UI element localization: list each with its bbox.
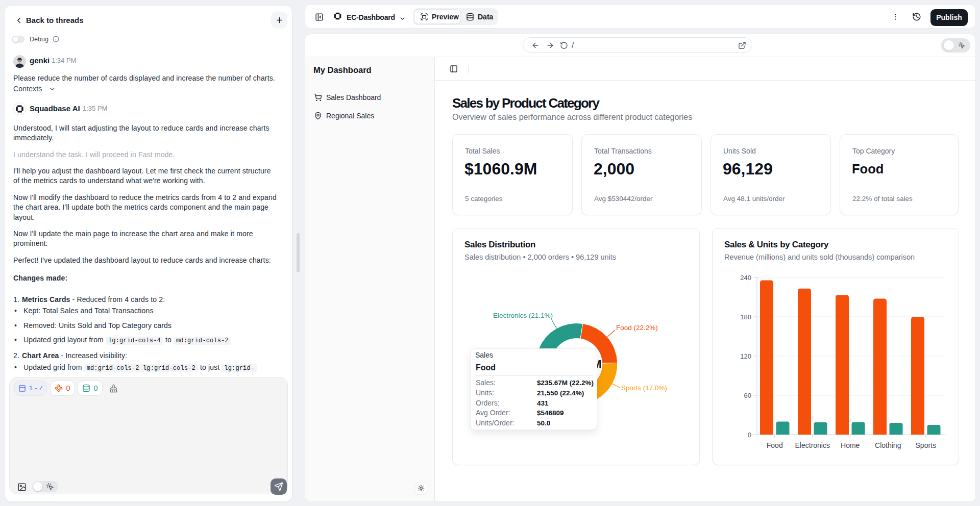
svg-text:Clothing: Clothing <box>875 441 901 449</box>
svg-text:Electronics: Electronics <box>795 441 830 449</box>
svg-text:Food (22.2%): Food (22.2%) <box>616 324 658 332</box>
svg-text:Sports (17.0%): Sports (17.0%) <box>621 384 667 392</box>
svg-text:240: 240 <box>740 274 751 282</box>
svg-text:60: 60 <box>744 392 751 399</box>
svg-text:0: 0 <box>748 431 751 439</box>
svg-text:Sports: Sports <box>916 441 936 449</box>
svg-text:180: 180 <box>740 313 751 321</box>
svg-text:Home: Home <box>841 441 860 449</box>
svg-text:Electronics (21.1%): Electronics (21.1%) <box>493 312 553 319</box>
svg-text:120: 120 <box>740 352 751 360</box>
svg-text:Food: Food <box>767 441 783 449</box>
